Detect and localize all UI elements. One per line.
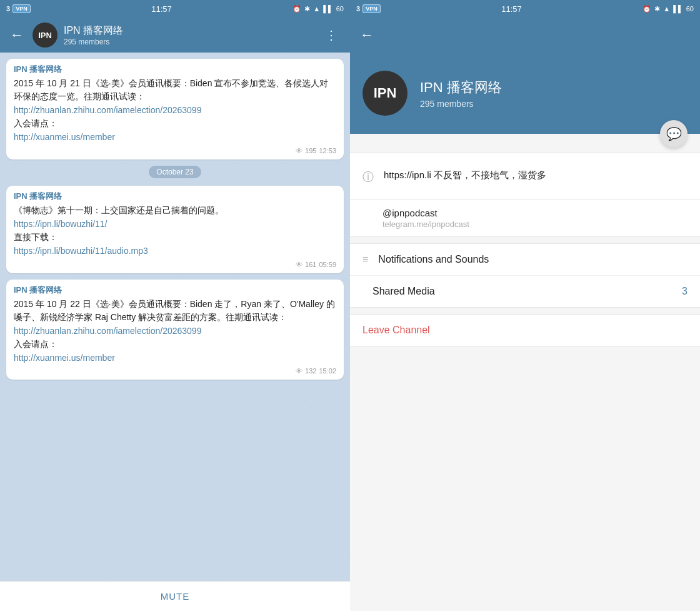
message-link-5[interactable]: http://zhuanlan.zhihu.com/iamelection/20… <box>14 324 336 338</box>
wifi-icon-r: ▲ <box>663 5 670 13</box>
profile-cover: IPN IPN 播客网络 295 members 💬 <box>350 53 700 134</box>
battery-icon-r: 60 <box>686 5 694 13</box>
chat-header: ← IPN IPN 播客网络 295 members ⋮ <box>0 18 350 53</box>
message-time: 12:53 <box>319 147 336 154</box>
message-sender: IPN 播客网络 <box>14 64 336 75</box>
right-phone: 3 VPN 11:57 ⏰ ✱ ▲ ▌▌ 60 ← IPN IPN 播客网络 2… <box>350 0 700 611</box>
profile-members: 295 members <box>420 99 502 109</box>
status-time-left: 11:57 <box>151 4 172 14</box>
notifications-label: Notifications and Sounds <box>378 254 688 265</box>
views-icon: 👁 <box>296 367 302 375</box>
info-icon: ⓘ <box>362 169 374 184</box>
status-left-group: 3 VPN <box>6 4 31 13</box>
bluetooth-icon: ✱ <box>304 5 310 13</box>
message-bubble: IPN 播客网络 《博物志》第十一期：上交国家还是自己揣着的问题。 https:… <box>6 186 344 273</box>
message-views: 161 <box>305 261 316 268</box>
shared-media-menu-item[interactable]: Shared Media 3 <box>350 276 700 307</box>
more-menu-button[interactable]: ⋮ <box>320 25 342 45</box>
notifications-icon: ≡ <box>362 254 368 265</box>
profile-menu-section: ≡ Notifications and Sounds Shared Media … <box>350 243 700 308</box>
message-time: 05:59 <box>319 261 336 268</box>
message-link-1[interactable]: http://zhuanlan.zhihu.com/iamelection/20… <box>14 103 336 117</box>
notifications-menu-item[interactable]: ≡ Notifications and Sounds <box>350 244 700 276</box>
channel-members: 295 members <box>64 38 314 46</box>
vpn-badge-right: VPN <box>362 4 381 13</box>
info-row-description: ⓘ https://ipn.li 不反智，不接地气，湿货多 <box>362 163 688 189</box>
views-icon: 👁 <box>296 147 302 154</box>
message-link-4[interactable]: https://ipn.li/bowuzhi/11/audio.mp3 <box>14 244 336 258</box>
message-sender: IPN 播客网络 <box>14 285 336 296</box>
status-time-right: 11:57 <box>501 4 522 14</box>
header-info: IPN 播客网络 295 members <box>64 24 314 46</box>
message-text: 2015 年 10 月 22 日《选·美》会员通讯概要：Biden 走了，Rya… <box>14 298 336 365</box>
message-meta: 👁 195 12:53 <box>14 147 336 154</box>
leave-channel-label: Leave Channel <box>362 325 430 335</box>
message-text: 2015 年 10 月 21 日《选·美》会员通讯概要：Biden 宣布不参加竞… <box>14 77 336 144</box>
views-icon: 👁 <box>296 261 302 268</box>
wifi-icon: ▲ <box>313 5 320 13</box>
profile-back-button[interactable]: ← <box>360 27 374 43</box>
profile-name: IPN 播客网络 <box>420 78 502 97</box>
message-link-6[interactable]: http://xuanmei.us/member <box>14 351 336 365</box>
status-bar-left: 3 VPN 11:57 ⏰ ✱ ▲ ▌▌ 60 <box>0 0 350 18</box>
chat-fab-button[interactable]: 💬 <box>660 120 688 148</box>
alarm-icon: ⏰ <box>292 5 301 13</box>
mute-button[interactable]: MUTE <box>161 591 190 602</box>
message-text: 《博物志》第十一期：上交国家还是自己揣着的问题。 https://ipn.li/… <box>14 204 336 258</box>
date-pill: October 23 <box>149 166 201 178</box>
alarm-icon-r: ⏰ <box>642 5 651 13</box>
message-bubble: IPN 播客网络 2015 年 10 月 21 日《选·美》会员通讯概要：Bid… <box>6 59 344 159</box>
profile-body: ⓘ https://ipn.li 不反智，不接地气，湿货多 @ipnpodcas… <box>350 134 700 611</box>
leave-channel-section[interactable]: Leave Channel <box>350 314 700 346</box>
signal-icon-r: ▌▌ <box>673 5 683 13</box>
message-bubble: IPN 播客网络 2015 年 10 月 22 日《选·美》会员通讯概要：Bid… <box>6 280 344 380</box>
status-left-group-right: 3 VPN <box>356 4 381 13</box>
profile-handle: @ipnpodcast <box>382 208 688 218</box>
profile-nav: ← <box>350 18 700 53</box>
message-meta: 👁 132 15:02 <box>14 367 336 375</box>
shared-media-label: Shared Media <box>372 286 682 297</box>
profile-handle-section: @ipnpodcast telegram.me/ipnpodcast <box>350 200 700 237</box>
status-icons-right: ⏰ ✱ ▲ ▌▌ 60 <box>642 5 694 13</box>
left-phone: 3 VPN 11:57 ⏰ ✱ ▲ ▌▌ 60 ← IPN IPN 播客网络 2… <box>0 0 350 611</box>
vpn-badge: VPN <box>12 4 31 13</box>
info-description: https://ipn.li 不反智，不接地气，湿货多 <box>384 168 546 183</box>
bluetooth-icon-r: ✱ <box>654 5 660 13</box>
back-button[interactable]: ← <box>8 24 26 46</box>
vpn-num: 3 <box>6 5 10 13</box>
battery-icon: 60 <box>336 5 344 13</box>
message-link-3[interactable]: https://ipn.li/bowuzhi/11/ <box>14 217 336 231</box>
chat-icon: 💬 <box>666 126 682 141</box>
signal-icon: ▌▌ <box>323 5 333 13</box>
channel-title: IPN 播客网络 <box>64 24 314 38</box>
message-views: 132 <box>305 367 316 375</box>
vpn-num-right: 3 <box>356 5 360 13</box>
message-link-2[interactable]: http://xuanmei.us/member <box>14 130 336 144</box>
profile-avatar: IPN <box>362 71 408 116</box>
message-time: 15:02 <box>319 367 336 375</box>
channel-avatar: IPN <box>32 23 58 48</box>
date-separator: October 23 <box>6 166 344 178</box>
message-sender: IPN 播客网络 <box>14 191 336 202</box>
status-icons-left: ⏰ ✱ ▲ ▌▌ 60 <box>292 5 344 13</box>
message-meta: 👁 161 05:59 <box>14 261 336 268</box>
profile-info-section: ⓘ https://ipn.li 不反智，不接地气，湿货多 <box>350 153 700 200</box>
message-views: 195 <box>305 147 316 154</box>
profile-link: telegram.me/ipnpodcast <box>382 220 688 229</box>
profile-name-block: IPN 播客网络 295 members <box>420 78 502 109</box>
status-bar-right: 3 VPN 11:57 ⏰ ✱ ▲ ▌▌ 60 <box>350 0 700 18</box>
mute-bar: MUTE <box>0 581 350 611</box>
shared-media-badge: 3 <box>682 286 688 297</box>
chat-body: IPN 播客网络 2015 年 10 月 21 日《选·美》会员通讯概要：Bid… <box>0 53 350 581</box>
